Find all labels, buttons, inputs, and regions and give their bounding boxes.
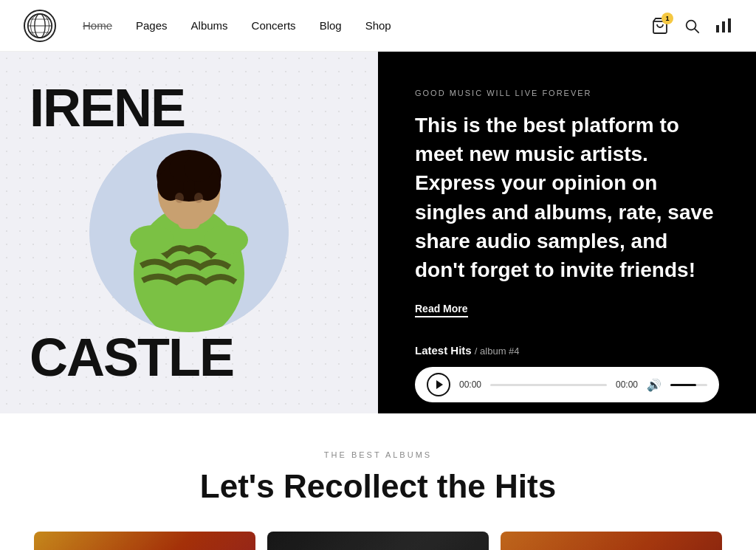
stats-button[interactable] xyxy=(715,18,732,34)
svg-line-8 xyxy=(695,29,698,32)
cart-badge: 1 xyxy=(662,13,673,24)
search-icon xyxy=(684,18,700,34)
volume-icon: 🔊 xyxy=(647,378,662,392)
artist-name-bottom: CASTLE xyxy=(30,331,233,384)
album-card-1[interactable] xyxy=(34,532,255,550)
hero-content: GOOD MUSIC WILL LIVE FOREVER This is the… xyxy=(415,89,719,317)
time-end: 00:00 xyxy=(616,379,638,390)
search-button[interactable] xyxy=(684,18,700,34)
album-card-2[interactable] xyxy=(267,532,489,550)
time-start: 00:00 xyxy=(459,379,481,390)
read-more-link[interactable]: Read More xyxy=(415,303,468,317)
svg-point-23 xyxy=(130,225,174,255)
svg-rect-10 xyxy=(722,21,725,32)
albums-section: THE BEST ALBUMS Let's Recollect the Hits xyxy=(0,413,756,550)
nav-links: Home Pages Albums Concerts Blog Shop xyxy=(83,19,391,32)
progress-bar[interactable] xyxy=(490,384,607,386)
navbar-left: Home Pages Albums Concerts Blog Shop xyxy=(24,10,391,42)
album-card-3[interactable] xyxy=(501,532,722,550)
artist-photo-circle xyxy=(89,133,289,332)
logo[interactable] xyxy=(24,10,56,42)
svg-point-21 xyxy=(175,193,184,203)
cart-button[interactable]: 1 xyxy=(651,17,669,35)
navbar-right: 1 xyxy=(651,17,732,35)
audio-player: 00:00 00:00 🔊 xyxy=(415,367,719,402)
nav-home[interactable]: Home xyxy=(83,19,112,32)
album-overlay-2 xyxy=(267,532,489,550)
svg-point-20 xyxy=(184,155,213,182)
play-button[interactable] xyxy=(427,373,450,396)
hero-left: IRENE xyxy=(0,52,378,413)
albums-grid xyxy=(24,532,732,550)
stats-icon xyxy=(715,18,732,34)
nav-concerts[interactable]: Concerts xyxy=(252,19,296,32)
svg-rect-11 xyxy=(728,18,731,32)
volume-bar[interactable] xyxy=(670,384,707,386)
albums-tag: THE BEST ALBUMS xyxy=(24,450,732,459)
svg-rect-9 xyxy=(716,25,719,32)
hero-section: IRENE xyxy=(0,52,756,413)
hero-subtitle: GOOD MUSIC WILL LIVE FOREVER xyxy=(415,89,719,97)
hero-headline: This is the best platform to meet new mu… xyxy=(415,111,719,284)
nav-blog[interactable]: Blog xyxy=(320,19,342,32)
artist-illustration xyxy=(89,133,289,332)
latest-hits-label: Latest Hits / album #4 xyxy=(415,344,719,357)
nav-shop[interactable]: Shop xyxy=(365,19,391,32)
navbar: Home Pages Albums Concerts Blog Shop 1 xyxy=(0,0,756,52)
hero-right: GOOD MUSIC WILL LIVE FOREVER This is the… xyxy=(378,52,756,413)
svg-point-24 xyxy=(204,225,248,255)
volume-fill xyxy=(670,384,696,386)
latest-hits-section: Latest Hits / album #4 00:00 00:00 🔊 xyxy=(415,344,719,402)
svg-point-22 xyxy=(194,193,203,203)
albums-headline: Let's Recollect the Hits xyxy=(24,468,732,505)
artist-name-top: IRENE xyxy=(30,81,185,134)
play-icon xyxy=(436,380,443,389)
nav-albums[interactable]: Albums xyxy=(191,19,228,32)
album-overlay-1 xyxy=(34,532,255,550)
nav-pages[interactable]: Pages xyxy=(136,19,168,32)
album-label: / album #4 xyxy=(475,346,520,357)
album-overlay-3 xyxy=(501,532,722,550)
